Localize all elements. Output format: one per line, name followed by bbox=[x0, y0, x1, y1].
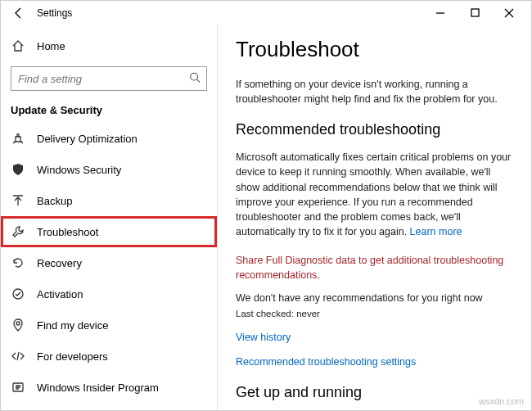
svg-point-2 bbox=[13, 289, 23, 299]
sidebar-item-activation[interactable]: Activation bbox=[1, 278, 217, 309]
sidebar-item-label: Windows Security bbox=[37, 164, 121, 176]
sidebar-item-recovery[interactable]: Recovery bbox=[1, 247, 217, 278]
get-up-running-heading: Get up and running bbox=[236, 384, 513, 401]
backup-icon bbox=[11, 193, 25, 208]
sidebar-item-find-my-device[interactable]: Find my device bbox=[1, 309, 217, 341]
search-input[interactable] bbox=[11, 66, 207, 91]
recovery-icon bbox=[11, 255, 25, 270]
shield-icon bbox=[11, 162, 25, 177]
recommended-settings-link[interactable]: Recommended troubleshooting settings bbox=[236, 356, 513, 368]
sidebar: Home Update & Security Delivery Optimiza… bbox=[1, 25, 218, 410]
delivery-icon bbox=[11, 131, 25, 146]
sidebar-item-backup[interactable]: Backup bbox=[1, 185, 217, 216]
window-title: Settings bbox=[37, 7, 72, 19]
sidebar-item-windows-security[interactable]: Windows Security bbox=[1, 154, 217, 185]
sidebar-item-label: Troubleshoot bbox=[37, 226, 98, 238]
sidebar-item-label: Find my device bbox=[37, 319, 108, 332]
learn-more-link[interactable]: Learn more bbox=[410, 226, 462, 237]
recommended-body: Microsoft automatically fixes certain cr… bbox=[236, 150, 513, 239]
sidebar-item-label: For developers bbox=[37, 350, 108, 363]
sidebar-item-label: Windows Insider Program bbox=[37, 382, 159, 394]
sidebar-item-troubleshoot[interactable]: Troubleshoot bbox=[1, 216, 217, 247]
sidebar-home-label: Home bbox=[37, 40, 65, 52]
sidebar-home[interactable]: Home bbox=[1, 30, 217, 61]
last-checked-text: Last checked: never bbox=[236, 309, 513, 318]
home-icon bbox=[11, 38, 25, 53]
sidebar-item-label: Delivery Optimization bbox=[37, 133, 138, 145]
back-button[interactable] bbox=[9, 3, 29, 23]
sidebar-item-delivery-optimization[interactable]: Delivery Optimization bbox=[1, 123, 217, 154]
search-icon bbox=[189, 72, 201, 86]
close-button[interactable] bbox=[492, 2, 526, 25]
wrench-icon bbox=[11, 224, 25, 239]
svg-point-1 bbox=[191, 73, 198, 80]
recommended-heading: Recommended troubleshooting bbox=[236, 121, 513, 138]
minimize-button[interactable] bbox=[423, 2, 458, 25]
maximize-button[interactable] bbox=[458, 2, 492, 25]
view-history-link[interactable]: View history bbox=[236, 332, 513, 343]
sidebar-section-header: Update & Security bbox=[1, 99, 217, 123]
search-box[interactable] bbox=[11, 66, 207, 91]
recommended-body-text: Microsoft automatically fixes certain cr… bbox=[236, 151, 511, 237]
developers-icon bbox=[11, 349, 25, 364]
activation-icon bbox=[11, 287, 25, 301]
main-panel: Troubleshoot If something on your device… bbox=[218, 25, 531, 410]
insider-icon bbox=[11, 380, 25, 395]
watermark: wsxdn.com bbox=[479, 396, 524, 406]
diagnostic-error-link[interactable]: Share Full Diagnostic data to get additi… bbox=[236, 254, 513, 282]
svg-point-3 bbox=[16, 322, 20, 325]
no-recommendations-text: We don't have any recommendations for yo… bbox=[236, 291, 513, 305]
sidebar-item-label: Recovery bbox=[37, 257, 82, 269]
page-title: Troubleshoot bbox=[236, 37, 513, 62]
intro-text: If something on your device isn't workin… bbox=[236, 77, 513, 106]
location-icon bbox=[11, 318, 25, 332]
sidebar-item-label: Backup bbox=[37, 195, 72, 207]
sidebar-item-windows-insider[interactable]: Windows Insider Program bbox=[1, 372, 217, 403]
sidebar-item-for-developers[interactable]: For developers bbox=[1, 341, 217, 372]
sidebar-item-label: Activation bbox=[37, 288, 83, 300]
svg-rect-0 bbox=[471, 9, 479, 16]
